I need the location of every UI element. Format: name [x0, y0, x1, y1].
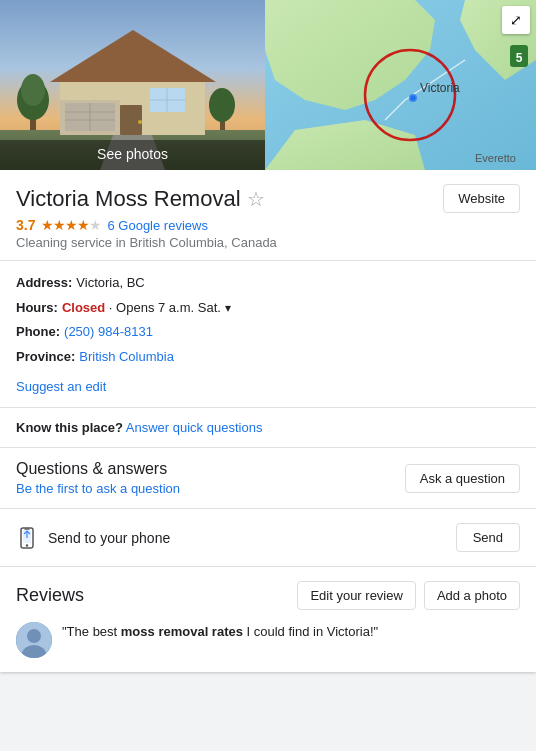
details-section: Address: Victoria, BC Hours: Closed · Op…	[0, 261, 536, 408]
review-item: "The best moss removal rates I could fin…	[16, 622, 520, 658]
business-name: Victoria Moss Removal	[16, 186, 241, 212]
reviews-header: Reviews Edit your review Add a photo	[16, 581, 520, 610]
svg-point-31	[411, 96, 416, 101]
answer-questions-link[interactable]: Answer quick questions	[126, 420, 263, 435]
star-5: ★	[89, 217, 101, 233]
phone-link[interactable]: (250) 984-8131	[64, 322, 153, 342]
photos-row: See photos	[0, 0, 536, 170]
know-label: Know this place?	[16, 420, 123, 435]
star-4: ★	[77, 217, 89, 233]
reviews-link[interactable]: 6 Google reviews	[107, 218, 207, 233]
svg-point-17	[21, 74, 45, 106]
send-label: Send to your phone	[48, 530, 170, 546]
rating-row: 3.7 ★★★★★ 6 Google reviews	[16, 217, 520, 233]
suggest-edit-link[interactable]: Suggest an edit	[16, 379, 106, 394]
qa-left: Questions & answers Be the first to ask …	[16, 460, 180, 496]
svg-point-11	[138, 120, 142, 124]
svg-text:5: 5	[516, 51, 523, 65]
reviews-title: Reviews	[16, 585, 84, 606]
edit-review-button[interactable]: Edit your review	[297, 581, 415, 610]
map-expand-button[interactable]: ⤢	[502, 6, 530, 34]
qa-title: Questions & answers	[16, 460, 180, 478]
hours-label: Hours:	[16, 298, 58, 318]
phone-label: Phone:	[16, 322, 60, 342]
phone-row: Phone: (250) 984-8131	[16, 322, 520, 342]
province-row: Province: British Columbia	[16, 347, 520, 367]
info-section: Victoria Moss Removal ☆ Website 3.7 ★★★★…	[0, 170, 536, 261]
hours-dropdown-icon[interactable]: ▾	[225, 301, 231, 315]
map-svg: 5 Victoria Everetto	[265, 0, 536, 170]
address-row: Address: Victoria, BC	[16, 273, 520, 293]
hours-closed: Closed	[62, 300, 105, 315]
house-photo[interactable]: See photos	[0, 0, 265, 170]
place-title: Victoria Moss Removal ☆	[16, 186, 265, 212]
reviews-section: Reviews Edit your review Add a photo "Th…	[0, 567, 536, 672]
see-photos-overlay[interactable]: See photos	[0, 140, 265, 170]
hours-open: · Opens 7 a.m. Sat.	[109, 300, 221, 315]
svg-rect-10	[120, 105, 142, 135]
avatar-image	[16, 622, 52, 658]
category-text: Cleaning service in British Columbia, Ca…	[16, 235, 520, 250]
add-photo-button[interactable]: Add a photo	[424, 581, 520, 610]
save-star-icon[interactable]: ☆	[247, 187, 265, 211]
send-button[interactable]: Send	[456, 523, 520, 552]
review-text-end: I could find in Victoria!"	[243, 624, 378, 639]
star-rating: ★★★★★	[41, 217, 101, 233]
qa-section: Questions & answers Be the first to ask …	[0, 448, 536, 509]
review-text-start: "The best	[62, 624, 121, 639]
svg-point-39	[27, 629, 41, 643]
expand-icon: ⤢	[510, 12, 522, 28]
business-card: See photos	[0, 0, 536, 672]
qa-subtitle[interactable]: Be the first to ask a question	[16, 481, 180, 496]
address-value: Victoria, BC	[76, 273, 144, 293]
province-label: Province:	[16, 347, 75, 367]
hours-row: Hours: Closed · Opens 7 a.m. Sat. ▾	[16, 298, 520, 318]
star-3: ★	[65, 217, 77, 233]
rating-number: 3.7	[16, 217, 35, 233]
send-section: Send to your phone Send	[0, 509, 536, 567]
website-button[interactable]: Website	[443, 184, 520, 213]
review-text: "The best moss removal rates I could fin…	[62, 622, 378, 642]
star-2: ★	[53, 217, 65, 233]
see-photos-label: See photos	[97, 146, 168, 162]
know-section: Know this place? Answer quick questions	[0, 408, 536, 448]
ask-question-button[interactable]: Ask a question	[405, 464, 520, 493]
send-left: Send to your phone	[16, 527, 170, 549]
avatar	[16, 622, 52, 658]
send-phone-icon	[16, 527, 38, 549]
svg-text:Everetto: Everetto	[475, 152, 516, 164]
svg-point-35	[26, 544, 28, 546]
map-photo[interactable]: 5 Victoria Everetto ⤢	[265, 0, 536, 170]
svg-point-19	[209, 88, 235, 122]
review-text-bold: moss removal rates	[121, 624, 243, 639]
address-label: Address:	[16, 273, 72, 293]
title-row: Victoria Moss Removal ☆ Website	[16, 184, 520, 213]
star-1: ★	[41, 217, 53, 233]
province-link[interactable]: British Columbia	[79, 347, 174, 367]
svg-text:Victoria: Victoria	[420, 81, 460, 95]
reviews-actions: Edit your review Add a photo	[297, 581, 520, 610]
